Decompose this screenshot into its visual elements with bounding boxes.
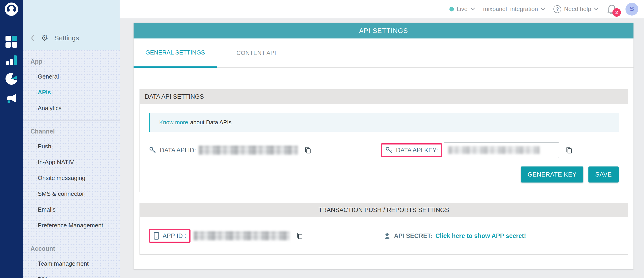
api-secret-group: API SECRET: Click here to show APP secre… xyxy=(384,232,526,240)
sidebar-item-billing[interactable]: Billing xyxy=(23,276,120,278)
help-label: Need help xyxy=(564,6,591,13)
generate-key-button[interactable]: GENERATE KEY xyxy=(521,166,584,182)
know-more-info-box: Know more about Data APIs xyxy=(149,113,618,132)
copy-icon xyxy=(304,146,312,154)
redacted-data-api-key-value xyxy=(448,146,540,154)
grid-cell-accent xyxy=(12,36,18,41)
copy-icon xyxy=(296,232,304,240)
icon-rail xyxy=(0,0,23,278)
phone-icon xyxy=(153,232,160,240)
sidebar-item-push[interactable]: Push xyxy=(23,143,120,150)
app-id-label: APP ID : xyxy=(162,232,186,239)
know-more-link[interactable]: Know more xyxy=(159,119,188,126)
logo-shoulders-shape xyxy=(8,10,15,14)
info-text: about Data APIs xyxy=(190,119,232,126)
show-app-secret-link[interactable]: Click here to show APP secret! xyxy=(436,232,526,239)
data-api-settings-section: DATA API SETTINGS Know more about Data A… xyxy=(140,89,628,192)
redacted-app-id-value xyxy=(194,231,290,240)
sidebar-item-inapp-nativ[interactable]: In-App NATIV xyxy=(23,159,120,166)
help-menu[interactable]: ? Need help xyxy=(554,5,598,13)
chevron-down-icon xyxy=(541,8,545,11)
grid-cell xyxy=(6,42,11,48)
sidebar-menu: App General APIs Analytics Channel Push … xyxy=(23,50,120,278)
sidebar-header: ⚙ Settings xyxy=(23,0,120,50)
data-api-key-input[interactable] xyxy=(444,142,559,158)
data-api-id-label: DATA API ID: xyxy=(160,147,196,154)
sidebar-item-sms-connector[interactable]: SMS & connector xyxy=(23,190,120,197)
tab-content-api[interactable]: CONTENT API xyxy=(236,39,276,67)
sidebar-item-analytics[interactable]: Analytics xyxy=(23,105,120,112)
environment-label: Live xyxy=(457,6,468,13)
settings-sidebar: ⚙ Settings App General APIs Analytics Ch… xyxy=(23,0,120,278)
app-id-highlight-box: APP ID : xyxy=(149,229,190,243)
sidebar-item-onsite-messaging[interactable]: Onsite messaging xyxy=(23,174,120,182)
api-settings-card: API SETTINGS GENERAL SETTINGS CONTENT AP… xyxy=(134,23,634,269)
project-name: mixpanel_integration xyxy=(483,6,538,13)
chevron-left-icon[interactable] xyxy=(30,34,35,42)
environment-selector[interactable]: Live xyxy=(450,6,475,13)
bar-shape-accent xyxy=(14,55,17,65)
sidebar-section-account: Account xyxy=(23,245,120,252)
sidebar-divider xyxy=(23,120,120,121)
sidebar-item-preference-management[interactable]: Preference Management xyxy=(23,222,120,229)
chevron-down-icon xyxy=(594,8,598,11)
grid-cell xyxy=(12,42,18,48)
key-icon xyxy=(149,146,157,154)
copy-data-api-id-button[interactable] xyxy=(304,146,312,154)
live-status-dot xyxy=(450,7,454,12)
grid-cell xyxy=(6,36,11,41)
app-id-group: APP ID : xyxy=(149,229,304,243)
notifications-bell[interactable]: 2 xyxy=(607,4,617,15)
sidebar-section-app: App xyxy=(23,58,120,65)
brand-logo-icon[interactable] xyxy=(5,3,18,16)
gear-icon: ⚙ xyxy=(41,34,48,42)
campaigns-megaphone-icon[interactable] xyxy=(5,92,18,104)
chevron-down-icon xyxy=(470,8,475,11)
user-avatar[interactable]: S xyxy=(626,3,638,16)
dashboard-grid-icon[interactable] xyxy=(6,36,18,48)
main-column: Live mixpanel_integration ? Need help xyxy=(120,0,644,278)
key-icon xyxy=(385,146,393,154)
bar-shape xyxy=(10,59,13,65)
notification-count-badge: 2 xyxy=(612,8,621,17)
tab-bar: GENERAL SETTINGS CONTENT API xyxy=(134,39,634,68)
data-api-key-group: DATA API KEY: xyxy=(381,142,573,158)
sidebar-title: Settings xyxy=(54,34,79,42)
app-screen: ⚙ Settings App General APIs Analytics Ch… xyxy=(0,0,644,278)
copy-app-id-button[interactable] xyxy=(296,232,304,240)
question-icon: ? xyxy=(554,5,561,13)
transaction-section-title: TRANSACTION PUSH / REPORTS SETTINGS xyxy=(140,203,628,217)
sidebar-item-emails[interactable]: Emails xyxy=(23,206,120,213)
sidebar-section-channel: Channel xyxy=(23,128,120,135)
logo-head-shape xyxy=(9,6,14,11)
content-area: API SETTINGS GENERAL SETTINGS CONTENT AP… xyxy=(120,18,644,278)
data-api-key-label: DATA API KEY: xyxy=(396,147,438,154)
project-selector[interactable]: mixpanel_integration xyxy=(483,6,546,13)
secret-icon xyxy=(384,232,391,240)
data-api-section-title: DATA API SETTINGS xyxy=(140,89,628,104)
sidebar-item-general[interactable]: General xyxy=(23,73,120,80)
copy-icon xyxy=(565,146,573,154)
sidebar-divider xyxy=(23,238,120,238)
topbar: Live mixpanel_integration ? Need help xyxy=(120,0,644,18)
redacted-data-api-id-value xyxy=(199,146,298,155)
data-api-key-highlight-box: DATA API KEY: xyxy=(381,143,442,157)
copy-data-api-key-button[interactable] xyxy=(565,146,573,154)
transaction-push-section: TRANSACTION PUSH / REPORTS SETTINGS APP … xyxy=(140,203,628,255)
api-secret-label: API SECRET: xyxy=(394,232,432,239)
tab-general-settings[interactable]: GENERAL SETTINGS xyxy=(134,39,217,68)
analytics-bars-icon[interactable] xyxy=(6,55,18,65)
bar-shape xyxy=(6,61,9,65)
page-title: API SETTINGS xyxy=(134,23,634,39)
sidebar-item-team-management[interactable]: Team management xyxy=(23,260,120,267)
sidebar-item-apis[interactable]: APIs xyxy=(23,89,120,96)
save-button[interactable]: SAVE xyxy=(588,166,618,182)
segments-pie-icon[interactable] xyxy=(6,73,18,85)
